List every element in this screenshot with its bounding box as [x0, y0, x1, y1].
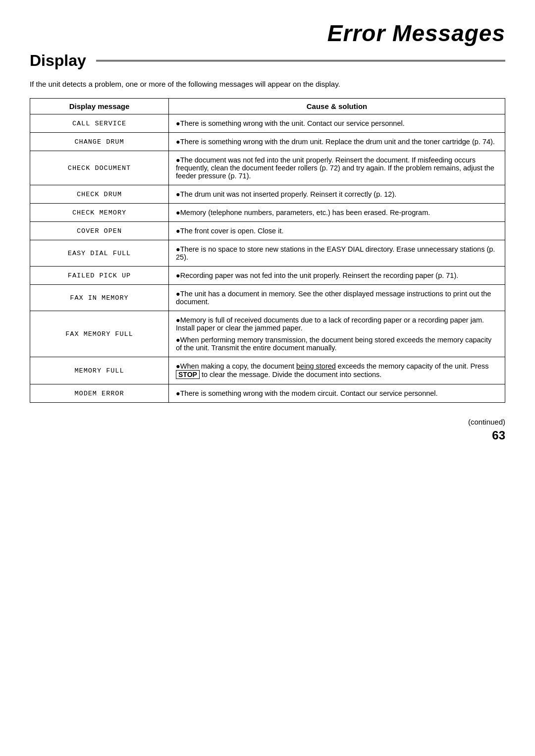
solution-text: ●Memory is full of received documents du…: [176, 316, 498, 332]
intro-text: If the unit detects a problem, one or mo…: [30, 80, 505, 88]
solution-text: ●The document was not fed into the unit …: [176, 156, 498, 180]
solution-text: ●There is something wrong with the unit.…: [176, 119, 498, 127]
message-cell: FAX MEMORY FULL: [30, 311, 169, 357]
solution-text: ●When performing memory transmission, th…: [176, 336, 498, 352]
solution-cell: ●There is no space to store new stations…: [169, 240, 505, 267]
col-header-solution: Cause & solution: [169, 99, 505, 114]
solution-text: ●There is something wrong with the modem…: [176, 389, 498, 397]
solution-cell: ●The unit has a document in memory. See …: [169, 285, 505, 311]
solution-cell: ●Memory is full of received documents du…: [169, 311, 505, 357]
solution-text: ●Recording paper was not fed into the un…: [176, 271, 498, 279]
section-title: Display: [30, 52, 86, 70]
stop-key: STOP: [176, 370, 200, 379]
table-row: CHECK DRUM●The drum unit was not inserte…: [30, 185, 505, 204]
solution-cell: ●There is something wrong with the unit.…: [169, 114, 505, 133]
table-row: FAILED PICK UP●Recording paper was not f…: [30, 267, 505, 285]
page-title: Error Messages: [327, 20, 505, 46]
message-cell: CHECK MEMORY: [30, 204, 169, 222]
table-row: MEMORY FULL●When making a copy, the docu…: [30, 357, 505, 384]
solution-text: ●Memory (telephone numbers, parameters, …: [176, 209, 498, 216]
section-title-container: Display: [30, 52, 505, 70]
solution-text: ●The front cover is open. Close it.: [176, 227, 498, 235]
continued-text: (continued): [468, 418, 505, 426]
table-row: FAX MEMORY FULL●Memory is full of receiv…: [30, 311, 505, 357]
solution-cell: ●Memory (telephone numbers, parameters, …: [169, 204, 505, 222]
message-cell: FAILED PICK UP: [30, 267, 169, 285]
solution-text: ●The drum unit was not inserted properly…: [176, 190, 498, 198]
page-footer: (continued): [30, 418, 505, 426]
solution-cell: ●The document was not fed into the unit …: [169, 151, 505, 185]
error-messages-table: Display message Cause & solution CALL SE…: [30, 98, 505, 403]
page-header: Error Messages: [30, 20, 505, 47]
table-row: CHECK DOCUMENT●The document was not fed …: [30, 151, 505, 185]
table-row: EASY DIAL FULL●There is no space to stor…: [30, 240, 505, 267]
message-cell: CHECK DRUM: [30, 185, 169, 204]
table-row: CALL SERVICE●There is something wrong wi…: [30, 114, 505, 133]
solution-text: ●The unit has a document in memory. See …: [176, 290, 498, 306]
section-title-line: [96, 60, 505, 61]
table-row: CHANGE DRUM●There is something wrong wit…: [30, 133, 505, 151]
table-row: MODEM ERROR●There is something wrong wit…: [30, 384, 505, 403]
solution-cell: ●There is something wrong with the drum …: [169, 133, 505, 151]
solution-text: ●When making a copy, the document being …: [176, 362, 498, 379]
solution-cell: ●There is something wrong with the modem…: [169, 384, 505, 403]
solution-cell: ●When making a copy, the document being …: [169, 357, 505, 384]
solution-cell: ●The front cover is open. Close it.: [169, 222, 505, 240]
solution-cell: ●Recording paper was not fed into the un…: [169, 267, 505, 285]
solution-cell: ●The drum unit was not inserted properly…: [169, 185, 505, 204]
table-row: FAX IN MEMORY●The unit has a document in…: [30, 285, 505, 311]
message-cell: MODEM ERROR: [30, 384, 169, 403]
message-cell: EASY DIAL FULL: [30, 240, 169, 267]
page-number: 63: [492, 429, 505, 442]
table-row: CHECK MEMORY●Memory (telephone numbers, …: [30, 204, 505, 222]
solution-text: ●There is something wrong with the drum …: [176, 138, 498, 146]
solution-text: ●There is no space to store new stations…: [176, 245, 498, 261]
message-cell: CHECK DOCUMENT: [30, 151, 169, 185]
message-cell: FAX IN MEMORY: [30, 285, 169, 311]
message-cell: COVER OPEN: [30, 222, 169, 240]
message-cell: CHANGE DRUM: [30, 133, 169, 151]
table-row: COVER OPEN●The front cover is open. Clos…: [30, 222, 505, 240]
col-header-message: Display message: [30, 99, 169, 114]
message-cell: CALL SERVICE: [30, 114, 169, 133]
message-cell: MEMORY FULL: [30, 357, 169, 384]
